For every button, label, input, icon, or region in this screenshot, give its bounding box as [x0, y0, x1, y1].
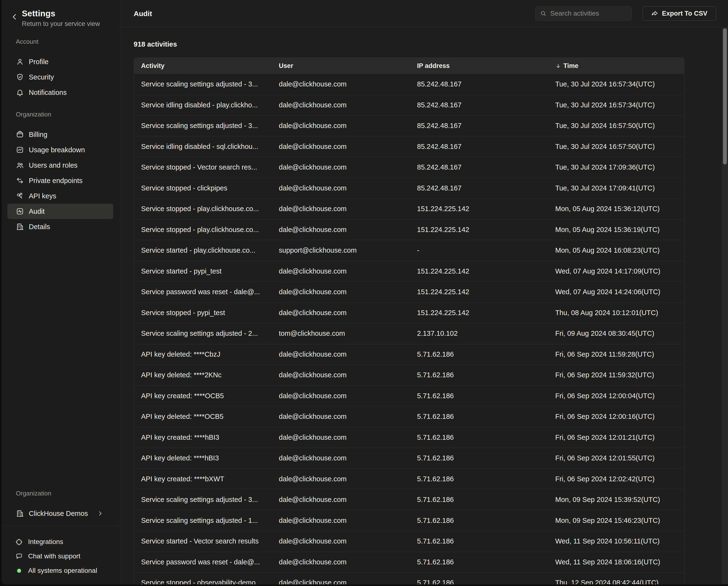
main-area: Audit Export To CSV 918 activities Activ…	[120, 0, 728, 584]
cell-user: dale@clickhouse.com	[271, 163, 410, 171]
cell-activity: Service password was reset - dale@...	[134, 558, 271, 566]
table-row: API key created: ****hBI3dale@clickhouse…	[134, 427, 684, 448]
cell-time: Tue, 30 Jul 2024 16:57:50(UTC)	[548, 143, 684, 151]
sidebar-item-users-and-roles[interactable]: Users and roles	[7, 157, 113, 173]
cell-ip: 5.71.62.186	[410, 392, 548, 400]
cell-user: dale@clickhouse.com	[271, 517, 410, 524]
scrollbar-track	[722, 27, 728, 584]
footer-item-all-systems-operational[interactable]: All systems operational	[2, 563, 120, 578]
cell-activity: Service stopped - pypi_test	[134, 309, 271, 317]
export-csv-button[interactable]: Export To CSV	[643, 6, 716, 21]
cell-time: Fri, 09 Aug 2024 08:30:45(UTC)	[548, 329, 684, 337]
cell-time: Tue, 30 Jul 2024 16:57:34(UTC)	[548, 80, 684, 88]
chat-bubble-icon	[15, 553, 23, 560]
user-icon	[16, 58, 24, 66]
sidebar-item-api-keys[interactable]: API keys	[7, 188, 113, 204]
table-body: Service scaling settings adjusted - 3...…	[134, 74, 684, 584]
table-header-row: Activity User IP address Time	[134, 58, 684, 74]
org-switcher[interactable]: ClickHouse Demos	[7, 506, 113, 521]
back-button[interactable]	[10, 13, 19, 21]
cell-activity: Service stopped - observability-demo	[134, 579, 271, 584]
cell-ip: 85.242.48.167	[410, 80, 548, 88]
cell-time: Wed, 07 Aug 2024 14:17:09(UTC)	[548, 267, 684, 275]
sidebar-item-label: Audit	[29, 207, 45, 215]
building-icon	[16, 509, 24, 517]
cell-user: dale@clickhouse.com	[271, 537, 410, 545]
footer-item-chat-with-support[interactable]: Chat with support	[2, 549, 120, 563]
column-header-user[interactable]: User	[271, 62, 410, 70]
cell-time: Tue, 30 Jul 2024 17:09:41(UTC)	[548, 184, 684, 192]
cell-user: dale@clickhouse.com	[271, 122, 410, 130]
sidebar-divider	[2, 525, 120, 526]
table-row: Service stopped - Vector search res...da…	[134, 157, 684, 178]
sidebar-item-security[interactable]: Security	[7, 69, 113, 85]
cell-activity: Service stopped - clickpipes	[134, 184, 271, 192]
sidebar-item-label: Usage breakdown	[29, 146, 85, 154]
cell-activity: Service started - Vector search results	[134, 537, 271, 545]
cell-activity: API key created: ****hBI3	[134, 434, 271, 441]
cell-time: Thu, 12 Sep 2024 08:42:44(UTC)	[548, 579, 684, 584]
table-row: Service scaling settings adjusted - 2...…	[134, 323, 684, 344]
column-header-activity[interactable]: Activity	[134, 62, 271, 70]
cell-ip: 85.242.48.167	[410, 184, 548, 192]
table-row: API key deleted: ****hBI3dale@clickhouse…	[134, 448, 684, 468]
cell-user: dale@clickhouse.com	[271, 288, 410, 296]
cell-ip: 5.71.62.186	[410, 371, 548, 379]
cell-activity: Service password was reset - dale@...	[134, 288, 271, 296]
sidebar-item-private-endpoints[interactable]: Private endpoints	[7, 173, 113, 188]
return-to-service-link[interactable]: Return to your service view	[22, 20, 100, 28]
export-arrow-icon	[651, 10, 658, 17]
column-header-time[interactable]: Time	[548, 62, 684, 70]
cell-ip: 85.242.48.167	[410, 163, 548, 171]
cell-user: dale@clickhouse.com	[271, 475, 410, 483]
cell-user: dale@clickhouse.com	[271, 143, 410, 151]
sidebar-item-label: Private endpoints	[29, 177, 82, 185]
cell-ip: 5.71.62.186	[410, 496, 548, 504]
table-row: Service started - play.clickhouse.co...s…	[134, 240, 684, 261]
search-input[interactable]	[550, 9, 627, 17]
activities-count: 918 activities	[134, 40, 177, 48]
sidebar-footer: IntegrationsChat with supportAll systems…	[2, 535, 120, 578]
cell-time: Fri, 06 Sep 2024 11:59:32(UTC)	[548, 371, 684, 379]
cell-ip: 151.224.225.142	[410, 267, 548, 275]
footer-item-integrations[interactable]: Integrations	[2, 535, 120, 549]
cell-ip: 151.224.225.142	[410, 309, 548, 317]
cell-time: Fri, 06 Sep 2024 12:00:04(UTC)	[548, 392, 684, 400]
cell-user: dale@clickhouse.com	[271, 80, 410, 88]
column-header-ip[interactable]: IP address	[410, 62, 548, 70]
cell-activity: Service idling disabled - play.clickho..…	[134, 101, 271, 109]
cell-ip: 5.71.62.186	[410, 413, 548, 420]
search-icon	[540, 10, 547, 17]
cell-activity: Service stopped - Vector search res...	[134, 163, 271, 171]
sidebar-item-label: Notifications	[29, 89, 67, 97]
table-row: Service password was reset - dale@...dal…	[134, 552, 684, 572]
cell-ip: 5.71.62.186	[410, 517, 548, 524]
cell-time: Tue, 30 Jul 2024 17:09:36(UTC)	[548, 163, 684, 171]
cell-user: dale@clickhouse.com	[271, 309, 410, 317]
cell-time: Wed, 07 Aug 2024 14:24:06(UTC)	[548, 288, 684, 296]
footer-item-label: All systems operational	[28, 567, 97, 575]
cell-time: Wed, 11 Sep 2024 10:56:11(UTC)	[548, 537, 684, 545]
cell-activity: Service stopped - play.clickhouse.co...	[134, 226, 271, 234]
cell-user: dale@clickhouse.com	[271, 226, 410, 234]
cell-time: Mon, 05 Aug 2024 15:36:19(UTC)	[548, 226, 684, 234]
sidebar-item-usage-breakdown[interactable]: Usage breakdown	[7, 142, 113, 157]
keys-icon	[16, 192, 24, 200]
sidebar-item-billing[interactable]: Billing	[7, 127, 113, 142]
cell-activity: API key created: ****bXWT	[134, 475, 271, 483]
bell-icon	[16, 89, 24, 97]
cell-user: dale@clickhouse.com	[271, 205, 410, 213]
scrollbar-thumb[interactable]	[723, 28, 727, 165]
cell-user: dale@clickhouse.com	[271, 184, 410, 192]
cell-time: Wed, 11 Sep 2024 18:06:16(UTC)	[548, 558, 684, 566]
sidebar-item-audit[interactable]: Audit	[7, 204, 113, 219]
table-row: Service stopped - play.clickhouse.co...d…	[134, 198, 684, 219]
sidebar-item-details[interactable]: Details	[7, 219, 113, 235]
sidebar-item-profile[interactable]: Profile	[7, 54, 113, 69]
cell-user: dale@clickhouse.com	[271, 371, 410, 379]
sidebar-item-notifications[interactable]: Notifications	[7, 85, 113, 100]
cell-ip: 5.71.62.186	[410, 434, 548, 441]
table-row: Service scaling settings adjusted - 3...…	[134, 74, 684, 95]
cell-activity: API key deleted: ****2KNc	[134, 371, 271, 379]
sidebar-item-label: Billing	[29, 131, 47, 139]
